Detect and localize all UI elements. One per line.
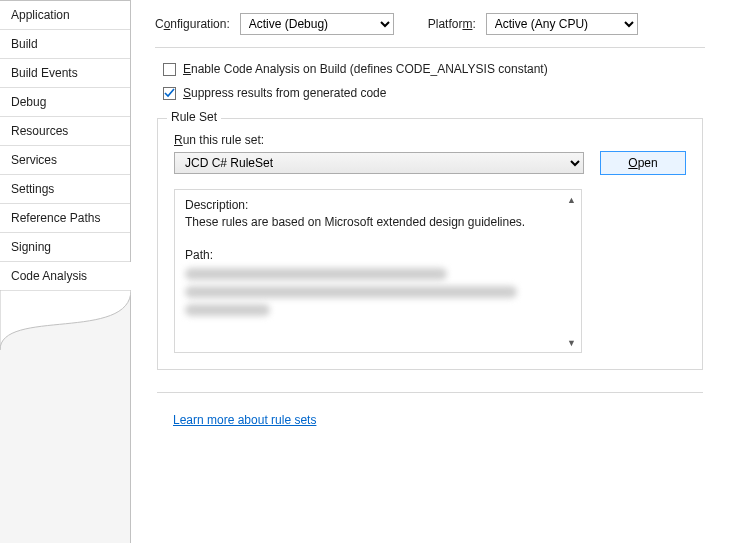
sidebar-item-resources[interactable]: Resources — [0, 116, 130, 145]
ruleset-select[interactable]: JCD C# RuleSet — [174, 152, 584, 174]
config-row: Configuration: Active (Debug) Platform: … — [155, 13, 705, 45]
open-button[interactable]: Open — [600, 151, 686, 175]
run-ruleset-label: Run this rule set: — [174, 133, 686, 147]
configuration-select[interactable]: Active (Debug) — [240, 13, 394, 35]
sidebar-item-build[interactable]: Build — [0, 29, 130, 58]
scroll-down-icon[interactable]: ▼ — [564, 335, 579, 350]
main-panel: Configuration: Active (Debug) Platform: … — [131, 0, 729, 543]
separator-2 — [157, 392, 703, 393]
suppress-results-label: Suppress results from generated code — [183, 86, 386, 100]
sidebar-item-application[interactable]: Application — [0, 0, 130, 29]
description-label: Description: — [185, 198, 571, 212]
sidebar-item-build-events[interactable]: Build Events — [0, 58, 130, 87]
separator — [155, 47, 705, 48]
sidebar-curve — [0, 290, 131, 350]
sidebar-item-services[interactable]: Services — [0, 145, 130, 174]
sidebar: Application Build Build Events Debug Res… — [0, 0, 131, 543]
enable-analysis-row: Enable Code Analysis on Build (defines C… — [163, 62, 705, 76]
rule-set-group: Rule Set Run this rule set: JCD C# RuleS… — [157, 118, 703, 370]
path-label: Path: — [185, 248, 571, 262]
configuration-label: Configuration: — [155, 17, 230, 31]
sidebar-filler — [0, 290, 130, 543]
path-value-redacted — [185, 268, 571, 316]
description-box: ▲ Description: These rules are based on … — [174, 189, 582, 353]
platform-select[interactable]: Active (Any CPU) — [486, 13, 638, 35]
scroll-up-icon[interactable]: ▲ — [564, 192, 579, 207]
enable-analysis-checkbox[interactable] — [163, 63, 176, 76]
platform-label: Platform: — [428, 17, 476, 31]
sidebar-item-code-analysis[interactable]: Code Analysis — [0, 261, 130, 290]
learn-more-link[interactable]: Learn more about rule sets — [173, 413, 705, 427]
description-text: These rules are based on Microsoft exten… — [185, 214, 571, 230]
sidebar-item-debug[interactable]: Debug — [0, 87, 130, 116]
rule-set-legend: Rule Set — [167, 110, 221, 124]
enable-analysis-label: Enable Code Analysis on Build (defines C… — [183, 62, 548, 76]
suppress-results-checkbox[interactable] — [163, 87, 176, 100]
sidebar-item-reference-paths[interactable]: Reference Paths — [0, 203, 130, 232]
suppress-results-row: Suppress results from generated code — [163, 86, 705, 100]
sidebar-item-settings[interactable]: Settings — [0, 174, 130, 203]
sidebar-item-signing[interactable]: Signing — [0, 232, 130, 261]
